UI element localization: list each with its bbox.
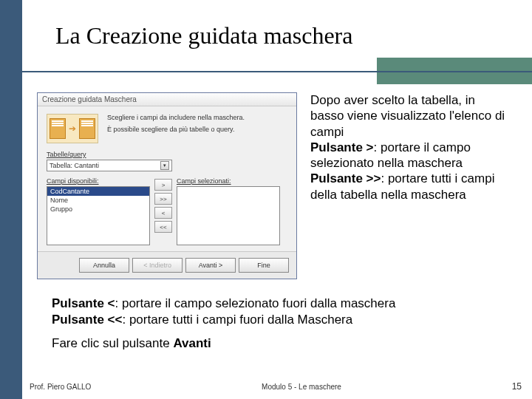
table-query-combo[interactable]: Tabella: Cantanti ▾ <box>47 160 172 171</box>
combo-value: Tabella: Cantanti <box>50 162 99 169</box>
selected-fields-label: Campi selezionati: <box>177 177 280 185</box>
finish-button[interactable]: Fine <box>239 258 289 273</box>
move-one-right-button[interactable]: > <box>154 179 172 191</box>
below-p2-bold: Pulsante << <box>52 313 122 327</box>
back-button[interactable]: < Indietro <box>132 258 183 273</box>
title-underline <box>22 71 532 72</box>
below-p3-bold: Avanti <box>173 336 211 350</box>
list-item[interactable]: CodCantante <box>47 187 149 196</box>
footer-author: Prof. Piero GALLO <box>30 383 91 391</box>
below-p1-bold: Pulsante < <box>52 296 115 310</box>
footer-module: Modulo 5 - Le maschere <box>262 383 341 391</box>
selected-fields-listbox[interactable] <box>177 186 280 245</box>
move-one-left-button[interactable]: < <box>154 207 172 219</box>
footer-page-number: 15 <box>512 381 522 392</box>
table-query-label: Tabelle/query <box>47 151 287 158</box>
side-p3-bold: Pulsante >> <box>310 171 381 185</box>
move-all-left-button[interactable]: << <box>154 221 172 233</box>
wizard-titlebar: Creazione guidata Maschera <box>38 93 296 106</box>
arrow-right-icon: ➔ <box>69 123 76 134</box>
list-item[interactable]: Gruppo <box>47 205 149 214</box>
list-item[interactable]: Nome <box>47 196 149 205</box>
next-button[interactable]: Avanti > <box>185 258 236 273</box>
chevron-down-icon[interactable]: ▾ <box>160 161 169 170</box>
move-all-right-button[interactable]: >> <box>154 193 172 205</box>
slide-left-bar <box>0 0 22 399</box>
available-fields-listbox[interactable]: CodCantante Nome Gruppo <box>47 186 150 245</box>
wizard-instruction-1: Scegliere i campi da includere nella mas… <box>107 114 245 123</box>
side-p2-bold: Pulsante > <box>310 140 374 154</box>
available-fields-label: Campi disponibili: <box>47 177 150 185</box>
cancel-button[interactable]: Annulla <box>79 258 129 273</box>
below-p1: : portare il campo selezionato fuori dal… <box>115 296 396 310</box>
below-p2: : portare tutti i campi fuori dalla Masc… <box>122 313 352 327</box>
slide-footer: Prof. Piero GALLO Modulo 5 - Le maschere… <box>30 381 522 392</box>
side-explanation-text: Dopo aver scelto la tabella, in basso vi… <box>310 92 510 279</box>
wizard-illustration-icon: ➔ <box>47 114 98 143</box>
side-p1: Dopo aver scelto la tabella, in basso vi… <box>310 93 505 139</box>
wizard-instruction-text: Scegliere i campi da includere nella mas… <box>107 114 245 134</box>
wizard-instruction-2: È possibile scegliere da più tabelle o q… <box>107 126 245 134</box>
wizard-dialog: Creazione guidata Maschera ➔ Scegliere i… <box>37 92 297 279</box>
below-p3: Fare clic sul pulsante <box>52 336 173 350</box>
below-explanation-text: Pulsante <: portare il campo selezionato… <box>37 296 510 352</box>
slide-title: La Creazione guidata maschera <box>55 22 352 50</box>
